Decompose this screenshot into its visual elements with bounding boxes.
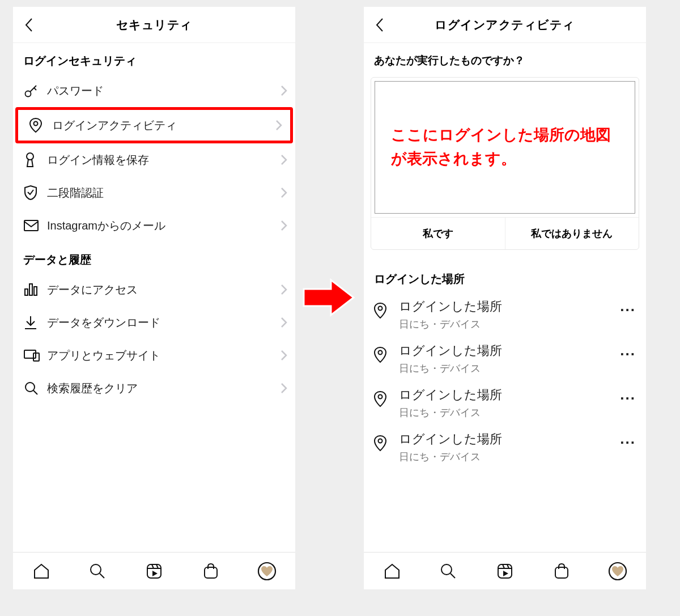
map-placeholder: ここにログインした場所の地図が表示されます。 [375, 81, 635, 214]
chevron-right-icon [280, 187, 287, 198]
map-note: ここにログインした場所の地図が表示されます。 [391, 124, 619, 171]
chevron-right-icon [280, 85, 287, 96]
chevron-right-icon [280, 383, 287, 394]
svg-point-27 [379, 395, 382, 399]
item-label: アプリとウェブサイト [42, 348, 280, 363]
download-icon [23, 315, 42, 330]
more-icon[interactable]: ··· [620, 298, 636, 317]
key-icon [23, 83, 42, 99]
button-this-was-me[interactable]: 私です [371, 218, 505, 249]
tab-bar [13, 552, 295, 589]
page-title: ログインアクティビティ [364, 17, 646, 33]
chevron-right-icon [280, 154, 287, 165]
item-download-data[interactable]: データをダウンロード [13, 306, 295, 339]
login-location-row[interactable]: ログインした場所 日にち・デバイス ··· [364, 337, 646, 381]
svg-point-3 [34, 122, 38, 126]
svg-line-19 [152, 564, 154, 568]
tab-shop[interactable] [549, 558, 575, 584]
item-clear-search-history[interactable]: 検索履歴をクリア [13, 372, 295, 405]
item-access-data[interactable]: データにアクセス [13, 273, 295, 306]
svg-rect-8 [34, 287, 37, 295]
svg-point-26 [379, 351, 382, 355]
item-label: ログイン情報を保存 [42, 152, 280, 168]
item-password[interactable]: パスワード [13, 74, 295, 107]
svg-rect-6 [25, 289, 28, 295]
tab-activity[interactable] [254, 558, 280, 584]
more-icon[interactable]: ··· [620, 386, 636, 406]
login-verify-card: ここにログインした場所の地図が表示されます。 私です 私ではありません [371, 77, 639, 250]
more-icon[interactable]: ··· [620, 431, 636, 450]
location-pin-icon [371, 342, 390, 364]
bar-chart-icon [23, 282, 42, 297]
tab-home[interactable] [379, 558, 405, 584]
tab-shop[interactable] [198, 558, 224, 584]
chevron-right-icon [280, 220, 287, 231]
svg-line-33 [503, 564, 504, 568]
item-label: 検索履歴をクリア [42, 381, 280, 396]
svg-marker-35 [503, 571, 508, 576]
svg-point-13 [26, 383, 35, 392]
page-title: セキュリティ [13, 17, 295, 33]
svg-rect-17 [147, 564, 161, 578]
keyhole-icon [23, 151, 42, 168]
svg-line-30 [450, 573, 455, 578]
svg-line-16 [100, 573, 104, 578]
header: セキュリティ [13, 7, 295, 43]
back-button[interactable] [372, 16, 389, 33]
button-this-was-not-me[interactable]: 私ではありません [505, 218, 639, 249]
login-place: ログインした場所 [399, 386, 611, 403]
location-pin-icon [28, 117, 48, 134]
tab-activity[interactable] [605, 558, 631, 584]
svg-line-14 [33, 390, 37, 394]
transition-arrow [301, 277, 356, 318]
item-label: Instagramからのメール [42, 218, 280, 233]
tab-reels[interactable] [141, 558, 167, 584]
tab-reels[interactable] [492, 558, 518, 584]
svg-rect-5 [24, 220, 38, 231]
section-data-history: データと履歴 [13, 242, 295, 273]
svg-rect-22 [205, 567, 217, 578]
confirm-buttons: 私です 私ではありません [371, 217, 639, 249]
login-place: ログインした場所 [399, 431, 611, 448]
svg-point-4 [27, 153, 33, 160]
chevron-right-icon [280, 317, 287, 328]
login-location-list: ログインした場所 日にち・デバイス ··· ログインした場所 日にち・デバイス … [364, 292, 646, 469]
tab-search[interactable] [84, 558, 110, 584]
chevron-right-icon [275, 120, 282, 131]
svg-point-15 [91, 564, 101, 575]
header: ログインアクティビティ [364, 7, 646, 43]
section-login-security: ログインセキュリティ [13, 43, 295, 74]
item-label: ログインアクティビティ [48, 118, 275, 133]
search-icon [23, 380, 42, 396]
login-meta: 日にち・デバイス [399, 406, 611, 419]
svg-rect-36 [555, 567, 568, 578]
prompt-question: あなたが実行したものですか？ [364, 43, 646, 74]
chevron-right-icon [280, 350, 287, 361]
login-location-row[interactable]: ログインした場所 日にち・デバイス ··· [364, 425, 646, 469]
login-meta: 日にち・デバイス [399, 362, 611, 375]
item-apps-websites[interactable]: アプリとウェブサイト [13, 339, 295, 372]
tab-home[interactable] [28, 558, 54, 584]
svg-point-28 [379, 439, 382, 443]
devices-icon [23, 349, 42, 362]
svg-marker-24 [304, 280, 354, 315]
item-label: データにアクセス [42, 282, 280, 298]
shield-check-icon [23, 184, 42, 201]
svg-point-25 [379, 307, 382, 311]
login-place: ログインした場所 [399, 298, 611, 315]
more-icon[interactable]: ··· [620, 342, 636, 362]
login-meta: 日にち・デバイス [399, 317, 611, 331]
tab-bar [364, 552, 646, 589]
svg-line-2 [34, 88, 36, 90]
mail-icon [23, 219, 42, 232]
chevron-right-icon [280, 284, 287, 295]
svg-line-20 [156, 564, 158, 568]
item-instagram-emails[interactable]: Instagramからのメール [13, 209, 295, 242]
tab-search[interactable] [435, 558, 461, 584]
item-save-login-info[interactable]: ログイン情報を保存 [13, 143, 295, 176]
item-login-activity[interactable]: ログインアクティビティ [15, 107, 293, 143]
login-location-row[interactable]: ログインした場所 日にち・デバイス ··· [364, 381, 646, 425]
back-button[interactable] [21, 16, 38, 33]
item-two-factor[interactable]: 二段階認証 [13, 176, 295, 209]
login-location-row[interactable]: ログインした場所 日にち・デバイス ··· [364, 292, 646, 337]
